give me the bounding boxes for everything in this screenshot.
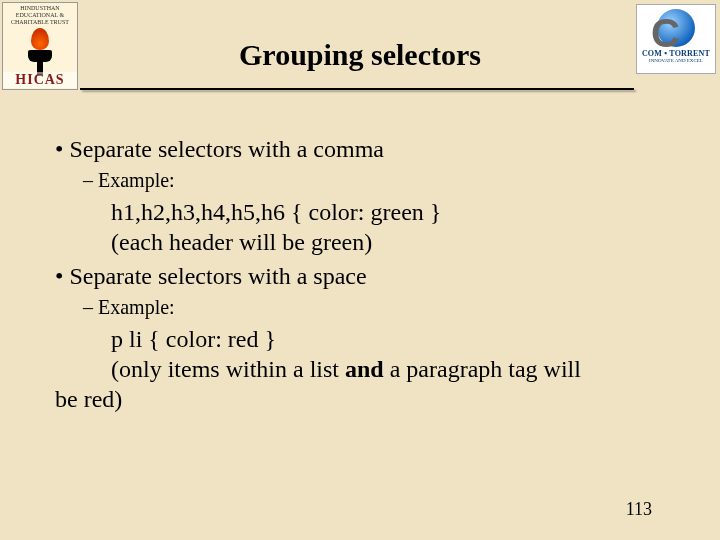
subbullet-2: Example:: [83, 295, 665, 320]
title-underline: [80, 88, 634, 90]
content: Separate selectors with a comma Example:…: [0, 95, 720, 414]
bullet-2: Separate selectors with a space: [55, 261, 665, 291]
bullet-1: Separate selectors with a comma: [55, 134, 665, 164]
header: HINDUSTHAN EDUCATIONAL & CHARITABLE TRUS…: [0, 0, 720, 95]
globe-icon: [657, 9, 695, 47]
page-number: 113: [626, 499, 652, 520]
bold-and: and: [345, 356, 384, 382]
slide-title: Grouping selectors: [0, 0, 720, 72]
subbullet-1: Example:: [83, 168, 665, 193]
example-1-code: h1,h2,h3,h4,h5,h6 { color: green }: [111, 197, 665, 227]
logo-left: HINDUSTHAN EDUCATIONAL & CHARITABLE TRUS…: [2, 2, 78, 90]
hicas-label: HICAS: [3, 72, 77, 88]
example-1-note: (each header will be green): [111, 227, 665, 257]
example-2-code: p li { color: red }: [111, 324, 665, 354]
example-2-note-line2: be red): [55, 384, 665, 414]
torrent-sub: INNOVATE AND EXCEL: [637, 58, 715, 63]
logo-right: COM • TORRENT INNOVATE AND EXCEL: [636, 4, 716, 74]
example-2-note-line1: (only items within a list and a paragrap…: [111, 354, 665, 384]
trust-name: HINDUSTHAN EDUCATIONAL & CHARITABLE TRUS…: [3, 3, 77, 26]
torch-icon: [22, 28, 58, 78]
